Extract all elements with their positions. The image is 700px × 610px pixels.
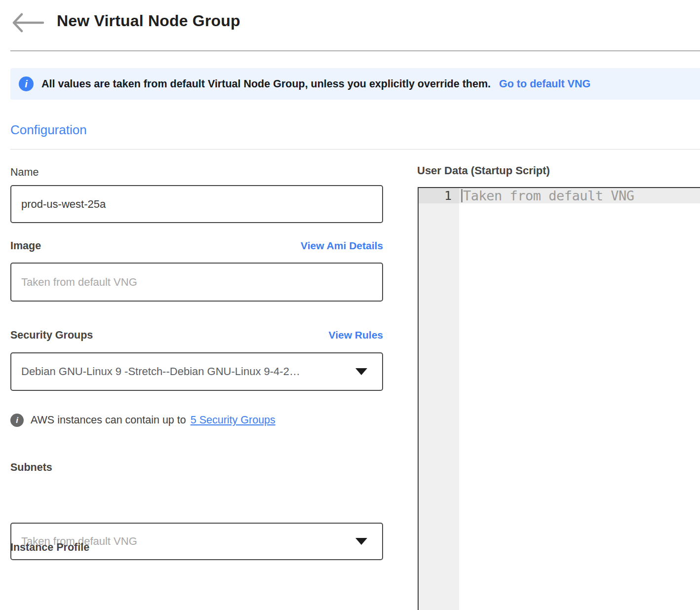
name-field-group: Name: [10, 166, 383, 179]
name-label: Name: [10, 166, 383, 179]
image-input[interactable]: [10, 263, 383, 302]
page-title: New Virtual Node Group: [57, 12, 240, 30]
info-icon: i: [10, 414, 24, 427]
security-groups-selected-value: Debian GNU-Linux 9 -Stretch--Debian GNU-…: [21, 365, 349, 378]
back-arrow-icon[interactable]: [12, 13, 44, 33]
security-groups-label: Security Groups: [10, 329, 93, 342]
text-cursor: [461, 189, 463, 202]
banner-message: All values are taken from default Virtua…: [41, 78, 491, 90]
security-groups-note: i AWS instances can contain up to 5 Secu…: [10, 414, 275, 427]
image-label: Image: [10, 240, 41, 252]
subnets-field-group: Subnets: [10, 461, 383, 474]
user-data-editor[interactable]: 1 Taken from default VNG: [418, 187, 700, 610]
view-ami-details-link[interactable]: View Ami Details: [301, 240, 383, 252]
instance-profile-label: Instance Profile: [10, 541, 383, 554]
security-groups-select[interactable]: Debian GNU-Linux 9 -Stretch--Debian GNU-…: [10, 352, 383, 391]
editor-placeholder-text: Taken from default VNG: [463, 188, 634, 203]
subnets-label: Subnets: [10, 461, 383, 474]
five-security-groups-link[interactable]: 5 Security Groups: [191, 414, 275, 426]
image-field-group: Image View Ami Details: [10, 240, 383, 252]
security-groups-field-group: Security Groups View Rules: [10, 329, 383, 342]
go-to-default-vng-link[interactable]: Go to default VNG: [499, 78, 590, 90]
configuration-section-title: Configuration: [10, 122, 87, 138]
header-divider: [10, 50, 700, 51]
section-divider: [10, 149, 700, 150]
security-note-text: AWS instances can contain up to: [31, 414, 186, 426]
chevron-down-icon: [355, 368, 367, 375]
info-icon: i: [19, 76, 34, 91]
name-field-wrap: [10, 185, 383, 223]
editor-active-line: Taken from default VNG: [459, 188, 700, 203]
view-rules-link[interactable]: View Rules: [329, 329, 384, 341]
editor-line-number-gutter: 1: [419, 188, 459, 610]
default-vng-info-banner: i All values are taken from default Virt…: [10, 68, 700, 100]
new-virtual-node-group-page: New Virtual Node Group i All values are …: [0, 0, 700, 610]
instance-profile-field-group: Instance Profile: [10, 541, 383, 554]
image-field-wrap: [10, 263, 383, 302]
user-data-label: User Data (Startup Script): [417, 164, 550, 177]
name-input[interactable]: [10, 185, 383, 223]
line-number: 1: [419, 188, 459, 203]
editor-code-area[interactable]: Taken from default VNG: [459, 188, 700, 610]
